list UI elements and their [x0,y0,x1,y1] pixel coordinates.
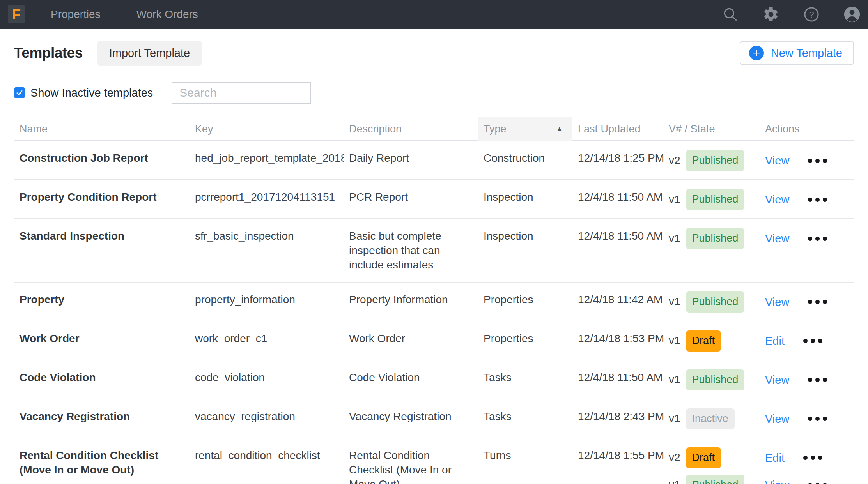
more-actions-button[interactable] [807,297,828,306]
template-description: Property Information [344,293,478,311]
template-type: Inspection [478,229,572,272]
show-inactive-label[interactable]: Show Inactive templates [30,87,153,99]
version-state-cell: v2Draftv1Published [663,449,760,484]
column-header-type-sorted[interactable]: Type ▲ [478,117,572,141]
action-row: View [765,476,854,484]
dot-icon [808,198,812,202]
template-description: Vacancy Registration [344,410,478,428]
version-entry: v1Published [669,229,760,248]
dot-icon [808,378,812,382]
column-header-actions[interactable]: Actions [760,123,854,135]
version-number: v1 [669,373,680,387]
table-row: Property Condition Reportpcrreport1_2017… [14,180,854,219]
last-updated: 12/4/18 11:50 AM [572,371,663,389]
dot-icon [808,417,812,421]
dot-icon [803,339,808,343]
action-link-view[interactable]: View [765,295,789,309]
template-name: Standard Inspection [14,229,190,272]
template-key: property_information [190,293,344,311]
more-actions-button[interactable] [807,234,828,243]
state-badge-inactive: Inactive [686,408,735,429]
dot-icon [823,159,827,163]
template-name: Code Violation [14,371,190,389]
template-type: Construction [478,151,572,170]
template-name: Property Condition Report [14,190,190,209]
new-template-button[interactable]: + New Template [740,41,854,65]
more-actions-button[interactable] [807,375,828,384]
table-row: Rental Condition Checklist (Move In or M… [14,438,854,484]
search-icon[interactable] [721,5,739,23]
column-header-name[interactable]: Name [14,123,190,135]
nav-item-properties[interactable]: Properties [51,8,101,21]
table-row: Code Violationcode_violationCode Violati… [14,360,854,399]
dot-icon [808,237,812,241]
dot-icon [815,198,820,202]
dot-icon [823,237,827,241]
version-state-cell: v1Published [663,371,760,389]
more-actions-button[interactable] [807,414,828,423]
action-link-view[interactable]: View [765,153,789,168]
column-header-last-updated[interactable]: Last Updated [572,123,663,135]
svg-text:?: ? [809,9,814,19]
table-row: Construction Job Reporthed_job_report_te… [14,141,854,180]
dot-icon [815,237,820,241]
table-row: Work Orderwork_order_c1Work OrderPropert… [14,321,854,360]
state-badge-published: Published [686,150,745,171]
help-icon[interactable]: ? [802,5,820,23]
template-key: code_violation [190,371,344,389]
action-row: Edit [765,449,854,467]
more-actions-button[interactable] [802,453,823,462]
template-type: Tasks [478,410,572,428]
table-body: Construction Job Reporthed_job_report_te… [14,141,854,484]
template-description: Daily Report [344,151,478,170]
more-actions-button[interactable] [807,480,828,484]
version-number: v1 [669,412,680,426]
dot-icon [811,456,815,460]
dot-icon [823,198,827,202]
page-title: Templates [14,45,83,61]
dot-icon [823,417,827,421]
action-row: View [765,229,854,248]
actions-cell: View [760,410,854,428]
column-header-description[interactable]: Description [344,123,478,135]
app-logo[interactable]: F [8,5,25,23]
column-header-key[interactable]: Key [190,123,344,135]
action-row: View [765,190,854,209]
actions-cell: Edit [760,332,854,350]
version-entry: v1Inactive [669,410,760,428]
search-input[interactable] [172,82,311,104]
table-row: Propertyproperty_informationProperty Inf… [14,283,854,321]
template-type: Inspection [478,190,572,209]
state-badge-published: Published [686,291,745,313]
action-link-view[interactable]: View [765,373,789,387]
action-row: View [765,371,854,389]
import-template-button[interactable]: Import Template [97,41,202,66]
action-link-view[interactable]: View [765,192,789,207]
state-badge-published: Published [686,369,745,390]
action-link-view[interactable]: View [765,478,789,484]
template-name: Vacancy Registration [14,410,190,428]
more-actions-button[interactable] [802,336,823,345]
state-badge-published: Published [686,228,745,249]
action-link-edit[interactable]: Edit [765,334,785,348]
user-avatar-icon[interactable] [843,5,861,23]
action-link-view[interactable]: View [765,412,789,426]
column-header-version-state[interactable]: V# / State [663,123,760,135]
template-description: Code Violation [344,371,478,389]
template-name: Work Order [14,332,190,350]
version-state-cell: v1Draft [663,332,760,350]
gear-icon[interactable] [762,5,780,23]
dot-icon [808,300,812,304]
template-key: pcrreport1_20171204113151 [190,190,344,209]
table-row: Vacancy Registrationvacancy_registration… [14,399,854,438]
action-link-edit[interactable]: Edit [765,450,785,465]
more-actions-button[interactable] [807,156,828,165]
action-link-view[interactable]: View [765,231,789,246]
nav-item-work-orders[interactable]: Work Orders [136,8,198,21]
more-actions-button[interactable] [807,195,828,204]
version-entry: v1Published [669,190,760,209]
template-key: vacancy_registration [190,410,344,428]
version-number: v1 [669,334,680,348]
actions-cell: EditView [760,449,854,484]
show-inactive-checkbox[interactable] [14,87,25,98]
